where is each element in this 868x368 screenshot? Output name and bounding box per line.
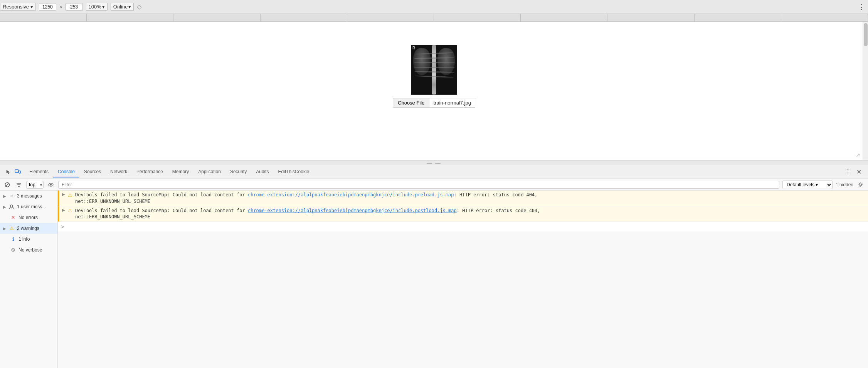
more-options-icon[interactable]: ⋮: [858, 3, 865, 11]
sidebar-item-user-messages[interactable]: ▶ 1 user mess...: [0, 201, 57, 212]
ruler-segment: [0, 14, 87, 21]
messages-icon: ≡: [8, 193, 15, 199]
console-entry-warning-2: ▶ ⚠ DevTools failed to load SourceMap: C…: [58, 206, 868, 222]
dimension-separator: ×: [59, 4, 62, 10]
svg-point-8: [50, 184, 52, 186]
tab-security[interactable]: Security: [225, 167, 251, 177]
info-label: 1 info: [19, 236, 30, 242]
console-prompt-area: >: [58, 222, 868, 231]
tab-editthiscookie[interactable]: EditThisCookie: [274, 167, 314, 177]
responsive-selector[interactable]: Responsive ▾: [0, 3, 36, 11]
ruler-bar: [0, 14, 868, 22]
sourcemap-link-1[interactable]: chrome-extension://alplpnakfeabeiebipdma…: [248, 192, 454, 198]
choose-file-button[interactable]: Choose File: [393, 98, 429, 107]
network-throttle-selector[interactable]: Online ▾: [111, 3, 134, 11]
zoom-selector[interactable]: 100% ▾: [86, 3, 108, 11]
browser-viewport: R Choose File train-normal7.jpg ↗: [0, 22, 868, 160]
console-sidebar: ▶ ≡ 3 messages ▶ 1 user mess... ✕ No err…: [0, 191, 58, 368]
svg-rect-1: [19, 171, 20, 173]
devtools-icon-group: [2, 168, 25, 176]
file-name-label: train-normal7.jpg: [429, 98, 475, 107]
zoom-dropdown-icon: ▾: [102, 4, 105, 10]
user-messages-label: 1 user mess...: [17, 204, 46, 209]
sidebar-item-messages[interactable]: ▶ ≡ 3 messages: [0, 191, 57, 201]
entry-text-2: DevTools failed to load SourceMap: Could…: [75, 208, 865, 221]
ruler-segment: [434, 14, 521, 21]
console-filter-toggle-button[interactable]: [15, 181, 23, 189]
hidden-count-label: 1 hidden: [836, 182, 853, 187]
tab-memory[interactable]: Memory: [168, 167, 193, 177]
console-settings-button[interactable]: [856, 181, 865, 189]
sidebar-item-errors[interactable]: ✕ No errors: [0, 212, 57, 223]
responsive-label: Responsive: [3, 4, 29, 10]
online-dropdown-icon: ▾: [128, 4, 131, 10]
console-entry-warning-1: ▶ ⚠ DevTools failed to load SourceMap: C…: [58, 191, 868, 206]
tab-elements[interactable]: Elements: [25, 167, 53, 177]
expand-icon[interactable]: ↗: [856, 152, 860, 158]
info-icon: ℹ: [10, 236, 16, 242]
scrollbar-thumb[interactable]: [864, 23, 868, 46]
sidebar-item-warnings[interactable]: ▶ ⚠ 2 warnings: [0, 223, 57, 234]
svg-point-9: [860, 184, 862, 186]
console-filter-input[interactable]: [58, 181, 779, 189]
messages-count-label: 3 messages: [17, 193, 42, 199]
svg-rect-0: [15, 170, 19, 172]
ruler-segment: [781, 14, 868, 21]
svg-line-3: [6, 183, 9, 186]
errors-label: No errors: [19, 215, 38, 220]
console-body: ▶ ≡ 3 messages ▶ 1 user mess... ✕ No err…: [0, 191, 868, 368]
throttle-settings-icon[interactable]: ◇: [137, 3, 141, 10]
ruler-segment: [521, 14, 607, 21]
user-messages-icon: [8, 204, 15, 210]
entry-text-1: DevTools failed to load SourceMap: Could…: [75, 192, 865, 205]
console-toolbar: top ▾ Default levels ▾ 1 hidden: [0, 179, 868, 191]
tab-console[interactable]: Console: [53, 167, 79, 177]
device-toggle-icon[interactable]: [14, 168, 22, 176]
entry-expand-2[interactable]: ▶: [62, 208, 65, 213]
devtools-toolbar: Responsive ▾ × 100% ▾ Online ▾ ◇ ⋮: [0, 0, 868, 14]
viewport-scrollbar[interactable]: [863, 22, 868, 160]
sidebar-item-verbose[interactable]: No verbose: [0, 245, 57, 255]
context-selector[interactable]: top: [26, 181, 44, 189]
resize-handle[interactable]: — —: [0, 160, 868, 165]
sourcemap-link-2[interactable]: chrome-extension://alplpnakfeabeiebipdma…: [248, 208, 457, 213]
errors-icon: ✕: [10, 214, 16, 221]
eye-icon-button[interactable]: [47, 181, 55, 189]
page-content: R Choose File train-normal7.jpg: [393, 45, 475, 108]
warnings-icon: ⚠: [8, 225, 15, 231]
devtools-close-icon[interactable]: ✕: [854, 167, 863, 177]
devtools-panel: Elements Console Sources Network Perform…: [0, 165, 868, 368]
warnings-label: 2 warnings: [17, 226, 39, 231]
online-label: Online: [113, 4, 128, 10]
level-selector-wrapper: Default levels ▾: [782, 181, 833, 189]
tab-sources[interactable]: Sources: [79, 167, 106, 177]
entry-expand-1[interactable]: ▶: [62, 192, 65, 197]
file-input-container: Choose File train-normal7.jpg: [393, 98, 475, 108]
user-messages-expand-icon: ▶: [3, 205, 6, 209]
console-main: ▶ ⚠ DevTools failed to load SourceMap: C…: [58, 191, 868, 368]
cursor-icon[interactable]: [5, 168, 12, 176]
height-input[interactable]: [66, 3, 83, 11]
ruler-segment: [695, 14, 781, 21]
responsive-dropdown-icon: ▾: [30, 4, 33, 10]
context-selector-wrapper: top ▾: [26, 181, 44, 189]
clear-console-button[interactable]: [3, 181, 12, 189]
verbose-icon: [10, 247, 16, 253]
ruler-segment: [173, 14, 260, 21]
devtools-tab-bar: Elements Console Sources Network Perform…: [0, 165, 868, 179]
warning-icon-1: ⚠: [67, 192, 73, 198]
log-level-selector[interactable]: Default levels ▾: [782, 181, 833, 189]
tab-audits[interactable]: Audits: [251, 167, 273, 177]
warnings-expand-icon: ▶: [3, 226, 6, 231]
verbose-label: No verbose: [19, 247, 42, 253]
sidebar-item-info[interactable]: ℹ 1 info: [0, 234, 57, 245]
width-input[interactable]: [39, 3, 56, 11]
tab-network[interactable]: Network: [106, 167, 132, 177]
tab-performance[interactable]: Performance: [132, 167, 168, 177]
ruler-segment: [347, 14, 434, 21]
warning-icon-2: ⚠: [67, 208, 73, 214]
tab-application[interactable]: Application: [193, 167, 225, 177]
prompt-arrow-icon: >: [61, 224, 64, 230]
messages-expand-icon: ▶: [3, 194, 6, 198]
devtools-settings-icon[interactable]: ⋮: [843, 167, 853, 177]
